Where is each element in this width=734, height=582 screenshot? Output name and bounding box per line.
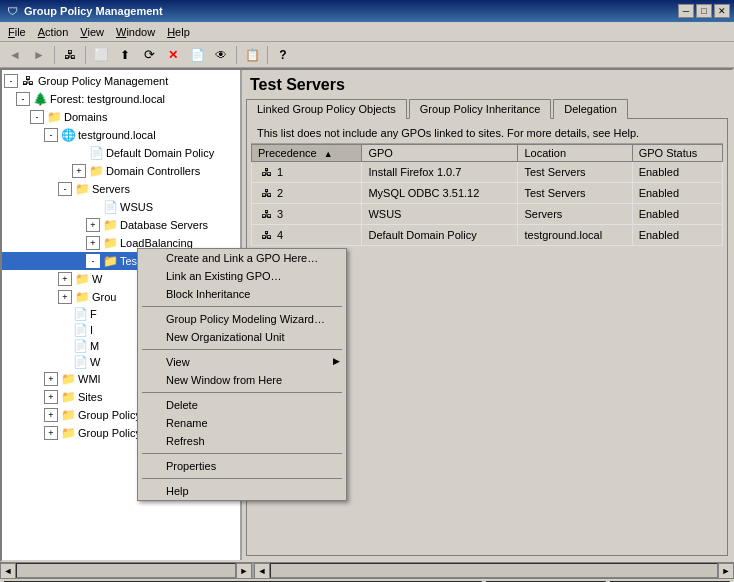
folder-icon-wmi-top: 📁 [60, 371, 76, 387]
ctx-properties[interactable]: Properties [138, 457, 346, 475]
new-window-button[interactable]: ⬜ [90, 45, 112, 65]
tree-item-domains[interactable]: - 📁 Domains [2, 108, 240, 126]
ctx-view[interactable]: View [138, 353, 346, 371]
expander-domains[interactable]: - [30, 110, 44, 124]
ctx-sep-2 [142, 349, 342, 350]
sort-arrow-precedence: ▲ [324, 149, 333, 159]
col-location[interactable]: Location [518, 145, 632, 162]
expander-sites[interactable]: + [44, 390, 58, 404]
refresh-button[interactable]: ⟳ [138, 45, 160, 65]
toolbar: ◄ ► 🖧 ⬜ ⬆ ⟳ ✕ 📄 👁 📋 ? [0, 42, 734, 68]
delete-button[interactable]: ✕ [162, 45, 184, 65]
scroll-right-btn-2[interactable]: ► [718, 563, 734, 579]
ctx-block-inheritance[interactable]: Block Inheritance [138, 285, 346, 303]
col-gpo[interactable]: GPO [362, 145, 518, 162]
table-row[interactable]: 🖧 4 Default Domain Policy testground.loc… [252, 225, 723, 246]
tree-item-domain[interactable]: - 🌐 testground.local [2, 126, 240, 144]
expander-domain[interactable]: - [44, 128, 58, 142]
folder-icon-wmi: 📁 [74, 271, 90, 287]
cell-precedence-0: 🖧 1 [252, 162, 362, 183]
expander-wmi-top[interactable]: + [44, 372, 58, 386]
menu-window[interactable]: Window [110, 24, 161, 40]
item-f-label: F [90, 308, 97, 320]
menu-file[interactable]: File [2, 24, 32, 40]
ctx-rename[interactable]: Rename [138, 414, 346, 432]
tab-linked-gpo[interactable]: Linked Group Policy Objects [246, 99, 407, 119]
tab-description: This list does not include any GPOs link… [251, 123, 723, 144]
tree-button[interactable]: 🖧 [59, 45, 81, 65]
toolbar-separator-4 [267, 46, 268, 64]
tree-item-domain-controllers[interactable]: + 📁 Domain Controllers [2, 162, 240, 180]
tree-item-default-domain-policy[interactable]: 📄 Default Domain Policy [2, 144, 240, 162]
row-icon-1: 🖧 [258, 185, 274, 201]
up-button[interactable]: ⬆ [114, 45, 136, 65]
tree-item-root[interactable]: - 🖧 Group Policy Management [2, 72, 240, 90]
ctx-new-window[interactable]: New Window from Here [138, 371, 346, 389]
close-button[interactable]: ✕ [714, 4, 730, 18]
folder-icon-grou: 📁 [74, 289, 90, 305]
scroll-left-btn-2[interactable]: ◄ [254, 563, 270, 579]
policy-icon-wsus: 📄 [102, 199, 118, 215]
menu-help[interactable]: Help [161, 24, 196, 40]
tree-item-forest[interactable]: - 🌲 Forest: testground.local [2, 90, 240, 108]
tab-delegation[interactable]: Delegation [553, 99, 628, 119]
tree-root-label: Group Policy Management [38, 75, 168, 87]
folder-icon-sites: 📁 [60, 389, 76, 405]
tree-item-servers[interactable]: - 📁 Servers [2, 180, 240, 198]
table-row[interactable]: 🖧 1 Install Firefox 1.0.7 Test Servers E… [252, 162, 723, 183]
col-precedence[interactable]: Precedence ▲ [252, 145, 362, 162]
ctx-help[interactable]: Help [138, 482, 346, 500]
tree-forest-label: Forest: testground.local [50, 93, 165, 105]
ctx-gp-modeling[interactable]: Group Policy Modeling Wizard… [138, 310, 346, 328]
properties-button[interactable]: 📋 [241, 45, 263, 65]
expander-gpo[interactable]: + [44, 408, 58, 422]
cell-precedence-1: 🖧 2 [252, 183, 362, 204]
expander-gpm[interactable]: + [44, 426, 58, 440]
tree-ddp-label: Default Domain Policy [106, 147, 214, 159]
back-button: ◄ [4, 45, 26, 65]
expander-grou[interactable]: + [58, 290, 72, 304]
cell-gpo-1: MySQL ODBC 3.51.12 [362, 183, 518, 204]
tree-item-wsus[interactable]: 📄 WSUS [2, 198, 240, 216]
tree-db-label: Database Servers [120, 219, 208, 231]
tree-wmi-label: W [92, 273, 102, 285]
ctx-link-existing-gpo[interactable]: Link an Existing GPO… [138, 267, 346, 285]
table-row[interactable]: 🖧 2 MySQL ODBC 3.51.12 Test Servers Enab… [252, 183, 723, 204]
col-gpo-status[interactable]: GPO Status [632, 145, 722, 162]
export-button[interactable]: 📄 [186, 45, 208, 65]
expander-servers[interactable]: - [58, 182, 72, 196]
expander-root[interactable]: - [4, 74, 18, 88]
expander-forest[interactable]: - [16, 92, 30, 106]
cell-precedence-2: 🖧 3 [252, 204, 362, 225]
menu-view[interactable]: View [74, 24, 110, 40]
tree-item-database-servers[interactable]: + 📁 Database Servers [2, 216, 240, 234]
expander-wmi[interactable]: + [58, 272, 72, 286]
maximize-button[interactable]: □ [696, 4, 712, 18]
ctx-sep-4 [142, 453, 342, 454]
folder-icon-lb: 📁 [102, 235, 118, 251]
expander-lb[interactable]: + [86, 236, 100, 250]
scroll-track-left[interactable] [16, 563, 236, 578]
domain-icon: 🌐 [60, 127, 76, 143]
scroll-left-btn[interactable]: ◄ [0, 563, 16, 579]
ctx-new-ou[interactable]: New Organizational Unit [138, 328, 346, 346]
ctx-refresh[interactable]: Refresh [138, 432, 346, 450]
expander-ts[interactable]: - [86, 254, 100, 268]
cell-status-1: Enabled [632, 183, 722, 204]
context-menu: Create and Link a GPO Here… Link an Exis… [137, 248, 347, 501]
scroll-track-right[interactable] [270, 563, 718, 578]
menu-action[interactable]: Action [32, 24, 75, 40]
tree-sites-label: Sites [78, 391, 102, 403]
scroll-right-btn[interactable]: ► [236, 563, 252, 579]
table-row[interactable]: 🖧 3 WSUS Servers Enabled [252, 204, 723, 225]
tab-gp-inheritance[interactable]: Group Policy Inheritance [409, 99, 551, 119]
folder-icon-gpo: 📁 [60, 407, 76, 423]
expander-dc[interactable]: + [72, 164, 86, 178]
view-button[interactable]: 👁 [210, 45, 232, 65]
cell-gpo-3: Default Domain Policy [362, 225, 518, 246]
minimize-button[interactable]: ─ [678, 4, 694, 18]
ctx-delete[interactable]: Delete [138, 396, 346, 414]
help-button[interactable]: ? [272, 45, 294, 65]
ctx-create-link-gpo[interactable]: Create and Link a GPO Here… [138, 249, 346, 267]
expander-db-servers[interactable]: + [86, 218, 100, 232]
